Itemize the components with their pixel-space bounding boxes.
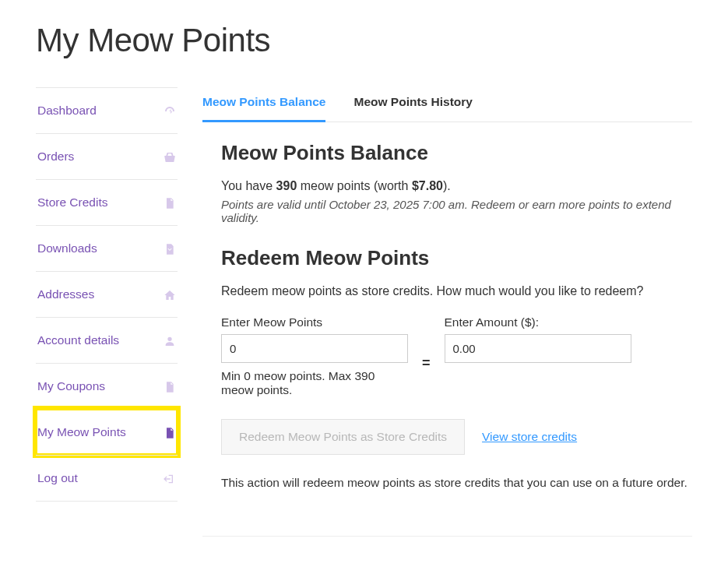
tab-balance[interactable]: Meow Points Balance [202,87,325,122]
sidebar-item-addresses: Addresses [36,271,178,317]
sidebar-item-log-out: Log out [36,455,178,502]
sidebar-link-store-credits[interactable]: Store Credits [36,180,178,225]
points-label: Enter Meow Points [221,315,408,329]
balance-heading: Meow Points Balance [221,141,692,165]
redeem-button[interactable]: Redeem Meow Points as Store Credits [221,419,465,455]
home-icon [162,287,176,301]
sidebar-item-label: Store Credits [37,195,107,210]
tabs: Meow Points Balance Meow Points History [202,87,692,122]
points-value: 390 [276,179,297,192]
sidebar-item-label: Dashboard [37,104,97,118]
equals-sign: = [422,341,431,371]
sidebar-item-downloads: Downloads [36,225,178,271]
sidebar-link-my-meow-points[interactable]: My Meow Points [36,410,178,455]
file-icon [162,379,176,393]
view-store-credits-link[interactable]: View store credits [482,430,577,444]
sidebar-link-log-out[interactable]: Log out [36,456,178,501]
sidebar-item-my-meow-points: My Meow Points [36,409,178,455]
sidebar-item-label: Account details [37,333,119,347]
validity-note: Points are valid until October 23, 2025 … [221,198,692,224]
sidebar-item-label: Downloads [37,241,97,255]
tab-history[interactable]: Meow Points History [353,87,472,122]
sidebar-link-dashboard[interactable]: Dashboard [36,88,178,133]
redeem-description: Redeem meow points as store credits. How… [221,284,692,298]
sidebar-item-label: Log out [37,471,78,485]
amount-label: Enter Amount ($): [445,315,631,329]
sidebar-item-label: My Meow Points [37,425,126,439]
summary-prefix: You have [221,179,276,192]
main-content: Meow Points Balance Meow Points History … [202,87,692,537]
sidebar-link-downloads[interactable]: Downloads [36,226,178,271]
file-icon [162,195,176,210]
action-row: Redeem Meow Points as Store Credits View… [221,419,692,455]
sidebar-link-my-coupons[interactable]: My Coupons [36,364,178,409]
summary-suffix: ). [443,179,451,192]
sidebar-item-label: My Coupons [37,379,105,393]
sidebar-link-account-details[interactable]: Account details [36,318,178,363]
logout-icon [162,471,176,485]
sidebar-link-addresses[interactable]: Addresses [36,272,178,317]
sidebar-item-account-details: Account details [36,317,178,363]
sidebar-item-label: Addresses [37,287,94,301]
amount-field: Enter Amount ($): [445,315,631,363]
points-constraints: Min 0 meow points. Max 390 meow points. [221,369,408,397]
redeem-heading: Redeem Meow Points [221,246,692,270]
page-title: My Meow Points [36,22,692,59]
sidebar-item-my-coupons: My Coupons [36,363,178,409]
sidebar-item-orders: Orders [36,133,178,179]
sidebar-item-store-credits: Store Credits [36,179,178,225]
balance-summary: You have 390 meow points (worth $7.80). [221,179,692,193]
amount-input[interactable] [445,334,631,363]
redeem-form-row: Enter Meow Points Min 0 meow points. Max… [221,315,692,397]
basket-icon [162,150,176,164]
file-icon [162,425,176,439]
sidebar-item-dashboard: Dashboard [36,87,178,133]
user-icon [162,333,176,347]
download-icon [162,241,176,255]
dashboard-icon [162,104,176,118]
points-input[interactable] [221,334,408,363]
sidebar-item-label: Orders [37,150,74,164]
redeem-footnote: This action will redeem meow points as s… [221,474,692,492]
account-sidebar: Dashboard Orders Store Credits [36,87,178,502]
sidebar-link-orders[interactable]: Orders [36,134,178,179]
worth-value: $7.80 [412,179,443,192]
points-field: Enter Meow Points Min 0 meow points. Max… [221,315,408,397]
summary-mid: meow points (worth [297,179,412,192]
